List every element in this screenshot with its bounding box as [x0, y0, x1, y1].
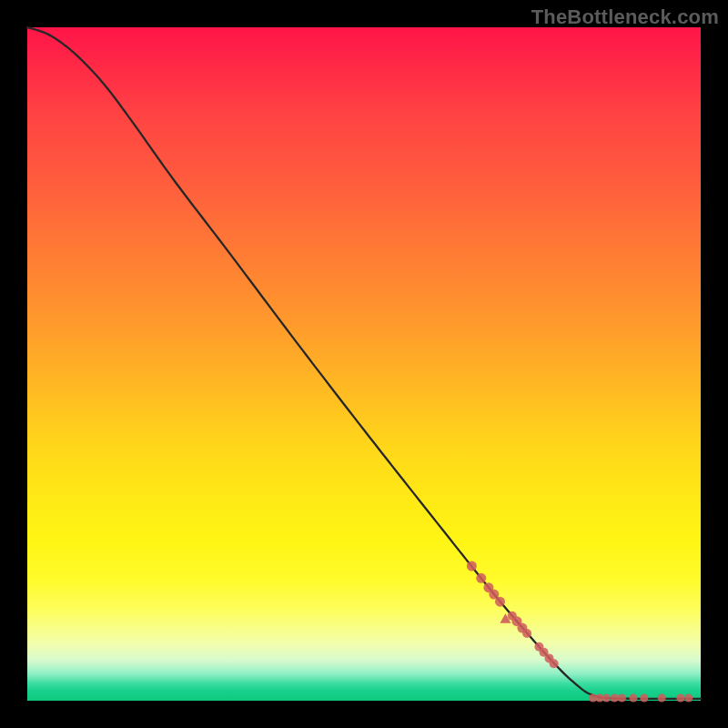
data-point [640, 694, 648, 703]
data-point [611, 694, 619, 703]
data-point [618, 694, 626, 703]
data-point [602, 694, 611, 703]
data-point [550, 659, 559, 668]
chart-svg [27, 27, 701, 701]
data-point [476, 573, 486, 583]
data-point [676, 694, 684, 703]
data-point [522, 629, 531, 638]
data-point [495, 597, 505, 607]
scatter-points [467, 561, 693, 703]
attribution-label: TheBottleneck.com [531, 5, 719, 29]
data-point [630, 694, 638, 703]
data-point [684, 694, 693, 703]
data-point [467, 561, 477, 571]
bottleneck-curve [27, 27, 701, 699]
plot-area [27, 27, 701, 701]
data-point [658, 694, 666, 703]
